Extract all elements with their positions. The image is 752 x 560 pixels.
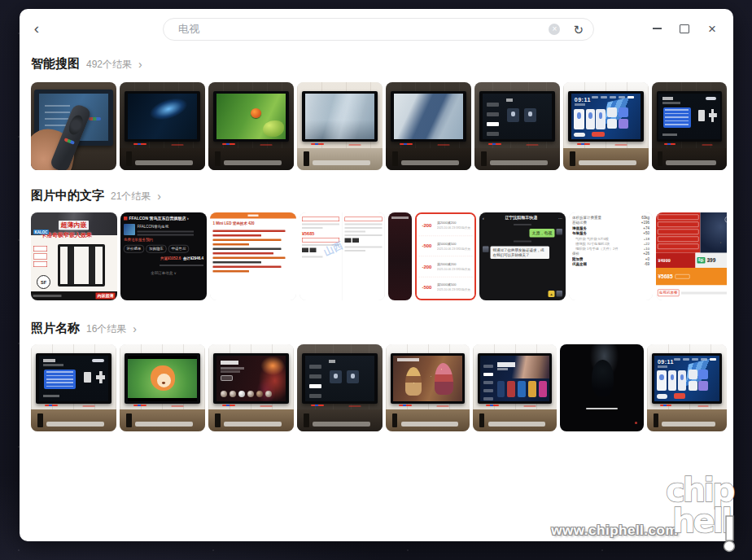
speaker: [215, 413, 220, 427]
o: [213, 270, 250, 273]
thumbnail-row-2: 超薄内嵌卡洛奇极窄嵌入效果KALOCSF内嵌超薄FFALCON 雷鸟京东自营旗舰…: [31, 212, 727, 300]
dg-btn: [92, 359, 104, 362]
span: 加购物车: [146, 245, 167, 253]
dr-glow: [393, 356, 461, 401]
em: 共返¥1052.6: [160, 256, 181, 260]
short: [345, 250, 365, 252]
cpn-a: -500: [419, 243, 435, 249]
adm-foot: 内嵌超薄: [31, 291, 117, 300]
thumb-remote-in-hand[interactable]: [31, 82, 116, 170]
thumb-tv-settings-menu[interactable]: [474, 82, 560, 170]
tvscreen: [39, 356, 109, 401]
tvscreen: [480, 356, 549, 401]
tvset: [479, 91, 554, 142]
i: [138, 234, 194, 236]
speaker: [37, 413, 42, 427]
thumb-freight-fee-list[interactable]: 体积折算计费重量63kg基础运费+196增值服务+74包装服务+50气柱袋 气柱…: [569, 212, 653, 300]
search-input[interactable]: 电视 × ↻: [163, 18, 594, 41]
short: [302, 256, 322, 258]
tvset: [391, 91, 466, 142]
tvset: [36, 353, 111, 404]
section-more-chevron-icon[interactable]: ›: [157, 190, 161, 203]
stm-posters: [497, 381, 548, 397]
maximize-icon: [680, 24, 689, 33]
cpn-e: 2025.10.06 23:59到期失效: [437, 226, 473, 230]
b: 辽宁沈阳顺丰快递: [505, 215, 537, 221]
thumb-tv-cartoon-monkey[interactable]: [120, 344, 205, 431]
st-side: [485, 97, 501, 135]
clear-search-icon[interactable]: ×: [549, 24, 560, 35]
tvset: [302, 91, 377, 142]
wx-av: [483, 247, 489, 253]
i: [592, 96, 598, 98]
thumb-tv-blue-night-scene[interactable]: [120, 82, 205, 170]
maximize-button[interactable]: [676, 20, 693, 37]
i: [309, 365, 321, 369]
tvset: 09:11: [652, 353, 722, 404]
i: [138, 231, 194, 233]
fee-row: 优惠金额-69: [572, 262, 649, 268]
minimize-button[interactable]: [649, 20, 665, 37]
i: [483, 365, 492, 368]
wx-recv: 我通过了你的朋友验证请求，现在我们可以开始聊天了: [483, 247, 562, 260]
section-more-chevron-icon[interactable]: ›: [133, 322, 137, 335]
thumb-promo-article[interactable]: 1 Mini LED 背光技术 420: [210, 212, 296, 300]
screen: ‹ 电视 × ↻ × 智能搜图492个结果›09:11图片中的文字21个结果›超…: [0, 0, 752, 560]
d: [213, 248, 282, 251]
adm-badges: [33, 246, 47, 269]
st-head: [506, 98, 514, 102]
section-more-chevron-icon[interactable]: ›: [138, 58, 142, 71]
close-button[interactable]: ×: [704, 20, 720, 37]
thumb-annotated-screenshots[interactable]: ¥5685山西: [299, 212, 385, 300]
i: [345, 234, 383, 236]
tvscreen: [216, 356, 286, 401]
thumb-tv-cloud-landscape[interactable]: [297, 82, 383, 170]
thumb-tv-mount-ad[interactable]: 超薄内嵌卡洛奇极窄嵌入效果KALOCSF内嵌超薄: [31, 212, 117, 300]
ord-store: FFALCON 雷鸟京东自营旗舰店 ›: [124, 216, 203, 221]
b: 合计¥2946.4: [183, 256, 203, 260]
stm-s: [497, 368, 508, 370]
thumb-tv-home-launcher-2[interactable]: 09:11: [647, 344, 727, 431]
console: [563, 148, 649, 170]
cpn-a: -200: [419, 222, 435, 228]
i: [248, 215, 259, 217]
thumb-tv-ladybug-nature[interactable]: [208, 82, 294, 170]
short: [302, 227, 322, 229]
micro: FFALCON 雷鸟京东自营旗舰店 ›FFALCON雷鸟电视免费送装服务预约评价…: [120, 212, 207, 300]
thumb-wechat-chat[interactable]: ‹辽宁沈阳顺丰快递···太原，电视我通过了你的朋友验证请求，现在我们可以开始聊天…: [479, 212, 566, 300]
thumb-jd-order[interactable]: FFALCON 雷鸟京东自营旗舰店 ›FFALCON雷鸟电视免费送装服务预约评价…: [120, 212, 207, 300]
leds: [311, 143, 324, 145]
ln-tabs: [592, 96, 634, 98]
i: [230, 391, 236, 397]
thumb-tv-ink-art[interactable]: [386, 82, 471, 170]
refresh-search-icon[interactable]: ↻: [573, 24, 584, 36]
thumb-narrow-app-screenshot[interactable]: [388, 212, 412, 300]
thumb-tv-video-app[interactable]: [473, 344, 557, 431]
back-button[interactable]: ‹: [26, 17, 47, 38]
thumb-orange-price-promo[interactable]: ¥49998折399¥5685电视机套餐: [656, 212, 727, 300]
span: 内嵌超薄: [96, 293, 116, 300]
thumb-tv-costume-drama[interactable]: [386, 344, 470, 431]
thumb-coupon-list[interactable]: -200满2000减2002025.10.06 23:59到期失效-500满50…: [415, 212, 476, 300]
thumb-tv-settings-menu-2[interactable]: [297, 344, 383, 431]
cpn-e: 2025.10.06 23:59到期失效: [437, 247, 473, 251]
soundbar: [401, 160, 459, 164]
wx-bub: 我通过了你的朋友验证请求，现在我们可以开始聊天了: [491, 247, 550, 260]
chiphell-logo-icon: chip hell: [664, 469, 742, 553]
thumb-tv-home-launcher[interactable]: 09:11: [563, 82, 649, 170]
wx-time: [514, 241, 531, 243]
anp-col: [343, 212, 386, 300]
dg-tile: [698, 110, 705, 121]
cpn-row: -500满5000减5002025.10.06 23:59到期失效: [419, 236, 473, 256]
soundbar: [662, 422, 716, 426]
thumb-dark-movie-scene[interactable]: [560, 344, 644, 431]
thumb-tv-text-dialog[interactable]: [652, 82, 727, 170]
photo-search-window: ‹ 电视 × ↻ × 智能搜图492个结果›09:11图片中的文字21个结果›超…: [20, 9, 733, 541]
thumb-tv-text-dialog-2[interactable]: [31, 344, 116, 431]
soundbar: [135, 160, 193, 164]
ov-whale: [144, 94, 194, 130]
micro: ¥49998折399¥5685电视机套餐: [656, 212, 727, 300]
st-tile: [524, 108, 536, 122]
thumb-tv-game-screen[interactable]: [208, 344, 294, 431]
pmo-badge: 8折: [697, 257, 706, 264]
